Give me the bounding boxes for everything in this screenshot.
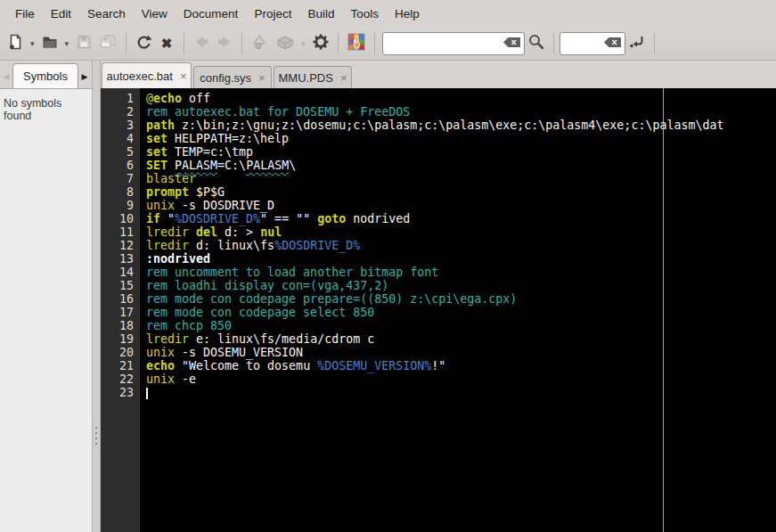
code-line[interactable]: 14rem uncomment to load another bitmap f… [101, 266, 776, 279]
open-document-dropdown-caret-icon[interactable]: ▾ [61, 30, 73, 57]
line-number[interactable]: 11 [101, 225, 140, 239]
sidebar-splitter[interactable] [92, 61, 101, 532]
code-line[interactable]: 20unix -s DOSEMU_VERSION [101, 346, 776, 359]
goto-line-input[interactable] [566, 37, 603, 50]
sidebar-tabs-scroll-right-icon[interactable]: ▶ [78, 65, 91, 88]
code-line[interactable]: 13:nodrived [101, 252, 776, 266]
line-number[interactable]: 22 [101, 372, 140, 386]
line-number[interactable]: 13 [101, 252, 140, 266]
open-document-button[interactable] [38, 30, 61, 57]
tab-symbols[interactable]: Symbols [12, 63, 78, 88]
code-line[interactable]: 9unix -s DOSDRIVE_D [101, 199, 776, 212]
tab-mmu-pds[interactable]: MMU.PDS × [274, 66, 352, 88]
close-icon: ✖ [161, 36, 173, 52]
code-line[interactable]: 10if "%DOSDRIVE_D%" == "" goto nodrived [101, 212, 776, 225]
clear-goto-icon[interactable] [603, 36, 622, 52]
save-all-button[interactable] [95, 30, 120, 57]
line-number[interactable]: 12 [101, 239, 140, 252]
tab-config-sys[interactable]: config.sys × [193, 66, 272, 88]
text-caret [146, 388, 148, 399]
line-number[interactable]: 2 [101, 105, 140, 119]
code-line[interactable]: 6SET PALASM=C:\PALASM\ [101, 159, 776, 172]
line-number[interactable]: 23 [101, 386, 140, 399]
search-input[interactable] [388, 37, 502, 50]
line-number[interactable]: 8 [101, 185, 140, 199]
line-number[interactable]: 17 [101, 306, 140, 319]
close-document-button[interactable]: ✖ [155, 30, 178, 57]
sidebar-tabs-scroll-left-icon[interactable]: ◀ [0, 65, 12, 88]
compile-button[interactable] [248, 30, 273, 57]
line-number[interactable]: 16 [101, 292, 140, 306]
line-number[interactable]: 10 [101, 212, 140, 225]
menu-search[interactable]: Search [79, 4, 134, 24]
code-line[interactable]: 19lredir e: linux\fs/media/cdrom c [101, 332, 776, 346]
menu-tools[interactable]: Tools [342, 4, 387, 24]
magnifier-icon [527, 33, 545, 53]
line-number[interactable]: 3 [101, 119, 140, 132]
new-document-dropdown-caret-icon[interactable]: ▾ [27, 30, 38, 57]
line-number[interactable]: 20 [101, 346, 140, 359]
search-button[interactable] [525, 30, 548, 57]
tab-close-icon[interactable]: × [180, 70, 187, 82]
code-line[interactable]: 22unix -e [101, 372, 776, 386]
build-button[interactable] [273, 30, 298, 57]
line-number[interactable]: 5 [101, 145, 140, 159]
revert-button[interactable] [132, 30, 155, 57]
navigate-back-button[interactable] [190, 30, 213, 57]
code-line[interactable]: 11lredir del d: > nul [101, 225, 776, 239]
line-number[interactable]: 21 [101, 359, 140, 372]
clear-search-icon[interactable] [502, 36, 521, 52]
line-number[interactable]: 14 [101, 266, 140, 279]
code-line[interactable]: 12lredir d: linux\fs%DOSDRIVE_D% [101, 239, 776, 252]
color-chooser-button[interactable] [344, 30, 369, 57]
code-line[interactable]: 2rem autoexec.bat for DOSEMU + FreeDOS [101, 105, 776, 119]
tab-close-icon[interactable]: × [258, 72, 265, 84]
code-line[interactable]: 15rem loadhi display con=(vga,437,2) [101, 279, 776, 292]
jump-to-line-button[interactable] [625, 30, 649, 57]
code-line[interactable]: 4set HELPPATH=z:\help [101, 132, 776, 145]
execute-button[interactable] [309, 30, 332, 57]
navigate-forward-button[interactable] [213, 30, 236, 57]
code-line[interactable]: 21echo "Welcome to dosemu %DOSEMU_VERSIO… [101, 359, 776, 372]
tab-close-icon[interactable]: × [340, 72, 347, 84]
toolbar-separator [241, 33, 242, 54]
code-line[interactable]: 16rem mode con codepage prepare=((850) z… [101, 292, 776, 306]
line-number[interactable]: 7 [101, 172, 140, 185]
new-document-icon [6, 33, 24, 53]
tab-label: MMU.PDS [279, 71, 333, 85]
menu-project[interactable]: Project [246, 4, 299, 24]
editor-text-area[interactable]: 1@echo off2rem autoexec.bat for DOSEMU +… [101, 88, 776, 532]
goto-line-entry [560, 32, 625, 55]
code-line[interactable]: 18rem chcp 850 [101, 319, 776, 332]
menu-build[interactable]: Build [299, 4, 342, 24]
code-line[interactable]: 3path z:\bin;z:\gnu;z:\dosemu;c:\palasm;… [101, 119, 776, 132]
geany-window: File Edit Search View Document Project B… [0, 0, 776, 532]
code-line[interactable]: 23 [101, 386, 776, 399]
sidebar-tabstrip: ◀ Symbols ▶ [0, 61, 92, 88]
tab-autoexec-bat[interactable]: autoexec.bat × [102, 62, 192, 88]
color-chooser-icon [347, 32, 366, 54]
menu-document[interactable]: Document [176, 4, 247, 24]
code-line[interactable]: 8prompt $P$G [101, 185, 776, 199]
code-line[interactable]: 7blaster [101, 172, 776, 185]
save-button[interactable] [72, 30, 95, 57]
toolbar-separator [374, 33, 375, 54]
line-number[interactable]: 19 [101, 332, 140, 346]
code-line[interactable]: 17rem mode con codepage select 850 [101, 306, 776, 319]
line-number[interactable]: 6 [101, 159, 140, 172]
menu-file[interactable]: File [7, 4, 43, 24]
line-number[interactable]: 15 [101, 279, 140, 292]
build-dropdown-caret-icon[interactable]: ▾ [298, 30, 309, 57]
line-number[interactable]: 4 [101, 132, 140, 145]
line-number[interactable]: 1 [101, 92, 140, 105]
search-entry [382, 32, 525, 55]
menu-help[interactable]: Help [387, 4, 428, 24]
new-document-button[interactable] [4, 30, 27, 57]
line-number[interactable]: 18 [101, 319, 140, 332]
save-all-floppies-icon [98, 33, 118, 53]
menu-view[interactable]: View [134, 4, 176, 24]
code-line[interactable]: 1@echo off [101, 92, 776, 105]
line-number[interactable]: 9 [101, 199, 140, 212]
code-line[interactable]: 5set TEMP=c:\tmp [101, 145, 776, 159]
menu-edit[interactable]: Edit [43, 4, 79, 24]
